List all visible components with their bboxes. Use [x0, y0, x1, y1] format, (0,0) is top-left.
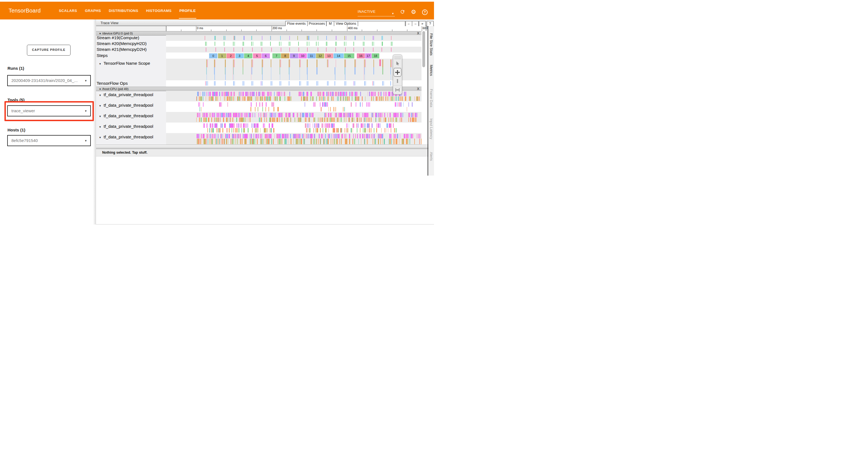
- settings-gear-icon[interactable]: ⚙: [411, 9, 416, 15]
- collapse-arrow-icon[interactable]: ▼: [99, 62, 101, 65]
- trace-event-tick: [352, 92, 353, 96]
- trace-event-tick: [237, 128, 238, 132]
- tab-profile[interactable]: PROFILE: [179, 2, 196, 20]
- trace-search-input[interactable]: [358, 21, 405, 27]
- detail-splitter[interactable]: [96, 145, 434, 149]
- back-arrow-button[interactable]: ←: [405, 21, 412, 27]
- trace-event-tick: [294, 134, 295, 138]
- toolbar-button-processes[interactable]: Processes: [307, 21, 327, 27]
- trace-event-tick: [207, 134, 208, 138]
- trace-event-tick: [311, 113, 312, 117]
- trace-event-tick: [355, 96, 355, 101]
- collapse-arrow-icon[interactable]: ▼: [99, 115, 101, 118]
- timing-tool[interactable]: [393, 86, 402, 94]
- step-box[interactable]: 2: [226, 53, 235, 58]
- tab-distributions[interactable]: DISTRIBUTIONS: [109, 2, 138, 20]
- status-dropdown[interactable]: INACTIVE ▼: [358, 8, 395, 17]
- side-tab-frame-data[interactable]: Frame Data: [429, 89, 433, 107]
- app-title: TensorBoard: [9, 2, 41, 20]
- step-box[interactable]: 17: [365, 53, 372, 58]
- step-box[interactable]: 7: [272, 53, 281, 58]
- timeline-ruler[interactable]: [166, 26, 426, 31]
- collapse-arrow-icon[interactable]: ▼: [99, 94, 101, 97]
- step-box[interactable]: 16: [357, 53, 365, 58]
- trace-event-tick: [239, 92, 239, 96]
- tools-dropdown[interactable]: trace_viewer ▼: [7, 105, 91, 116]
- side-tab-input-latency[interactable]: Input Latency: [429, 118, 433, 139]
- toolbar-button-flow-events[interactable]: Flow events: [285, 21, 308, 27]
- trace-event-tick: [251, 36, 252, 40]
- pan-tool-selected[interactable]: [393, 68, 402, 77]
- trace-event-tick: [403, 113, 403, 117]
- step-box[interactable]: 10: [299, 53, 307, 58]
- step-box[interactable]: 11: [307, 53, 316, 58]
- trace-event-tick: [199, 113, 200, 117]
- track-row[interactable]: [166, 101, 422, 112]
- step-box[interactable]: 14: [334, 53, 344, 58]
- trace-event-tick: [316, 139, 316, 144]
- track-row[interactable]: [166, 59, 422, 80]
- step-box[interactable]: 3: [236, 53, 244, 58]
- trace-event-tick: [353, 123, 354, 128]
- side-tab-file-size-stats[interactable]: File Size Stats: [429, 33, 433, 56]
- toolbar-button-m[interactable]: M: [326, 21, 334, 27]
- trace-event-tick: [356, 123, 357, 128]
- vertical-scrollbar-thumb[interactable]: [422, 31, 425, 67]
- side-tab-metrics[interactable]: Metrics: [429, 65, 433, 76]
- tab-histograms[interactable]: HISTOGRAMS: [146, 2, 172, 20]
- trace-event-tick: [291, 139, 292, 144]
- trace-event-tick: [364, 134, 365, 138]
- side-tab-alerts[interactable]: Alerts: [429, 152, 433, 161]
- runs-dropdown[interactable]: 20200409-231431/train/2020_04_... ▼: [7, 75, 91, 86]
- trace-event-tick: [346, 36, 346, 40]
- trace-event-tick: [342, 128, 342, 132]
- forward-arrow-button[interactable]: →: [412, 21, 419, 27]
- trace-event-tick: [388, 96, 388, 101]
- collapse-arrow-icon[interactable]: ▼: [99, 32, 101, 35]
- trace-event-tick: [271, 67, 272, 80]
- collapse-arrow-icon[interactable]: ▼: [99, 104, 101, 107]
- trace-event-tick: [309, 113, 310, 117]
- collapse-arrow-icon[interactable]: ▼: [99, 126, 101, 128]
- track-row[interactable]: [166, 80, 422, 87]
- step-box[interactable]: 0: [209, 53, 217, 58]
- trace-event-tick: [261, 139, 261, 144]
- step-box[interactable]: 15: [344, 53, 354, 58]
- track-row[interactable]: [166, 47, 422, 53]
- process-section-header[interactable]: ▼ /host:CPU (pid 49)X: [96, 87, 422, 91]
- trace-event-tick: [328, 134, 329, 138]
- hosts-dropdown[interactable]: 8efc5e791540 ▼: [7, 135, 91, 146]
- trace-event-tick: [298, 36, 298, 40]
- track-row[interactable]: [166, 41, 422, 47]
- step-box[interactable]: 5: [253, 53, 261, 58]
- toolbar-button-view-options[interactable]: View Options: [334, 21, 358, 27]
- tab-graphs[interactable]: GRAPHS: [85, 2, 101, 20]
- step-box[interactable]: 12: [316, 53, 324, 58]
- step-box[interactable]: 18: [372, 53, 379, 58]
- refresh-icon[interactable]: [400, 9, 405, 16]
- step-box[interactable]: 1: [218, 53, 226, 58]
- trace-event-tick: [238, 139, 238, 144]
- select-tool[interactable]: [393, 59, 402, 68]
- tab-scalars[interactable]: SCALARS: [59, 2, 77, 20]
- step-box[interactable]: 13: [325, 53, 333, 58]
- collapse-arrow-icon[interactable]: ▼: [99, 88, 101, 91]
- step-box[interactable]: 8: [281, 53, 289, 58]
- step-box[interactable]: 9: [290, 53, 298, 58]
- more-button[interactable]: »: [419, 21, 426, 27]
- close-section-button[interactable]: X: [417, 87, 419, 91]
- capture-profile-button[interactable]: CAPTURE PROFILE: [27, 45, 70, 56]
- trace-event-tick: [277, 118, 278, 122]
- close-section-button[interactable]: X: [417, 31, 419, 35]
- zoom-tool[interactable]: [393, 77, 402, 86]
- step-box[interactable]: 4: [244, 53, 252, 58]
- step-box[interactable]: 6: [261, 53, 270, 58]
- help-icon[interactable]: ?: [422, 9, 428, 15]
- collapse-arrow-icon[interactable]: ▼: [99, 136, 101, 139]
- trace-help-button[interactable]: ?: [427, 21, 434, 27]
- trace-event-tick: [266, 139, 267, 144]
- trace-event-tick: [345, 59, 345, 67]
- track-row[interactable]: [166, 35, 422, 41]
- trace-event-tick: [234, 113, 235, 117]
- palette-drag-handle[interactable]: [394, 56, 401, 59]
